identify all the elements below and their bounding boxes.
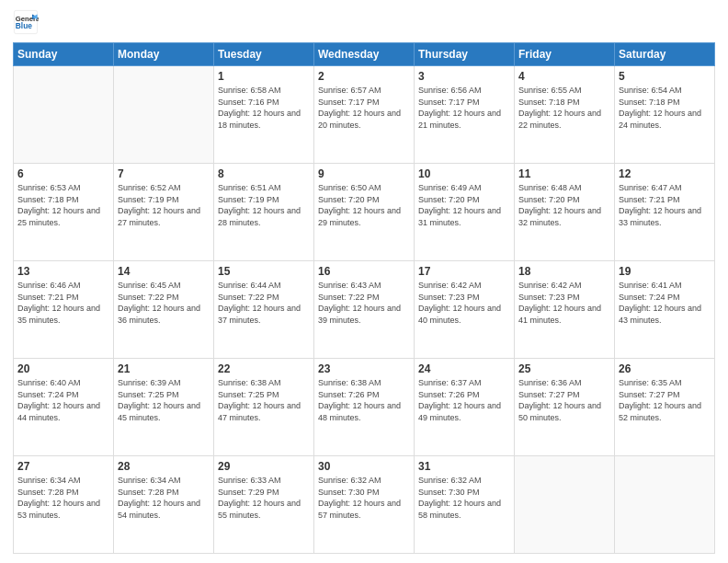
calendar-week-5: 27Sunrise: 6:34 AM Sunset: 7:28 PM Dayli… <box>14 456 715 554</box>
day-info: Sunrise: 6:58 AM Sunset: 7:16 PM Dayligh… <box>218 85 310 131</box>
calendar-cell: 5Sunrise: 6:54 AM Sunset: 7:18 PM Daylig… <box>615 66 715 164</box>
calendar-cell <box>14 66 114 164</box>
calendar-cell: 24Sunrise: 6:37 AM Sunset: 7:26 PM Dayli… <box>415 359 515 456</box>
day-number: 17 <box>418 265 510 278</box>
day-number: 6 <box>17 167 109 180</box>
calendar-cell: 29Sunrise: 6:33 AM Sunset: 7:29 PM Dayli… <box>214 456 314 554</box>
calendar-cell: 25Sunrise: 6:36 AM Sunset: 7:27 PM Dayli… <box>515 359 615 456</box>
calendar-cell: 1Sunrise: 6:58 AM Sunset: 7:16 PM Daylig… <box>214 66 314 164</box>
day-header-friday: Friday <box>515 43 615 66</box>
day-number: 30 <box>318 460 410 473</box>
calendar-cell: 11Sunrise: 6:48 AM Sunset: 7:20 PM Dayli… <box>515 164 615 261</box>
calendar-cell <box>515 456 615 554</box>
day-number: 28 <box>118 460 210 473</box>
logo: General Blue <box>13 9 42 35</box>
day-info: Sunrise: 6:45 AM Sunset: 7:22 PM Dayligh… <box>118 280 210 326</box>
calendar-week-2: 6Sunrise: 6:53 AM Sunset: 7:18 PM Daylig… <box>14 164 715 261</box>
calendar-cell: 22Sunrise: 6:38 AM Sunset: 7:25 PM Dayli… <box>214 359 314 456</box>
calendar-cell: 30Sunrise: 6:32 AM Sunset: 7:30 PM Dayli… <box>314 456 415 554</box>
day-info: Sunrise: 6:49 AM Sunset: 7:20 PM Dayligh… <box>418 182 510 228</box>
day-info: Sunrise: 6:44 AM Sunset: 7:22 PM Dayligh… <box>218 280 310 326</box>
day-number: 12 <box>619 167 711 180</box>
day-number: 19 <box>619 265 711 278</box>
day-info: Sunrise: 6:57 AM Sunset: 7:17 PM Dayligh… <box>318 85 410 131</box>
day-number: 10 <box>418 167 510 180</box>
day-number: 7 <box>118 167 210 180</box>
day-info: Sunrise: 6:55 AM Sunset: 7:18 PM Dayligh… <box>518 85 610 131</box>
day-number: 29 <box>218 460 310 473</box>
day-number: 4 <box>518 70 610 83</box>
calendar-cell: 31Sunrise: 6:32 AM Sunset: 7:30 PM Dayli… <box>415 456 515 554</box>
calendar-cell: 7Sunrise: 6:52 AM Sunset: 7:19 PM Daylig… <box>114 164 214 261</box>
day-info: Sunrise: 6:52 AM Sunset: 7:19 PM Dayligh… <box>118 182 210 228</box>
day-info: Sunrise: 6:33 AM Sunset: 7:29 PM Dayligh… <box>218 475 310 521</box>
day-info: Sunrise: 6:51 AM Sunset: 7:19 PM Dayligh… <box>218 182 310 228</box>
day-info: Sunrise: 6:34 AM Sunset: 7:28 PM Dayligh… <box>17 475 109 521</box>
day-number: 27 <box>17 460 109 473</box>
day-header-thursday: Thursday <box>415 43 515 66</box>
day-number: 23 <box>318 362 410 375</box>
day-number: 3 <box>418 70 510 83</box>
day-number: 9 <box>318 167 410 180</box>
calendar-cell: 2Sunrise: 6:57 AM Sunset: 7:17 PM Daylig… <box>314 66 415 164</box>
calendar-week-3: 13Sunrise: 6:46 AM Sunset: 7:21 PM Dayli… <box>14 261 715 359</box>
logo-icon: General Blue <box>13 9 39 35</box>
day-info: Sunrise: 6:54 AM Sunset: 7:18 PM Dayligh… <box>619 85 711 131</box>
header: General Blue <box>13 9 715 35</box>
calendar-cell: 23Sunrise: 6:38 AM Sunset: 7:26 PM Dayli… <box>314 359 415 456</box>
calendar-cell <box>114 66 214 164</box>
day-header-tuesday: Tuesday <box>214 43 314 66</box>
day-info: Sunrise: 6:38 AM Sunset: 7:26 PM Dayligh… <box>318 377 410 423</box>
calendar-cell: 6Sunrise: 6:53 AM Sunset: 7:18 PM Daylig… <box>14 164 114 261</box>
day-number: 5 <box>619 70 711 83</box>
day-number: 26 <box>619 362 711 375</box>
day-number: 20 <box>17 362 109 375</box>
day-info: Sunrise: 6:46 AM Sunset: 7:21 PM Dayligh… <box>17 280 109 326</box>
day-number: 8 <box>218 167 310 180</box>
day-number: 13 <box>17 265 109 278</box>
day-number: 24 <box>418 362 510 375</box>
calendar-header-row: SundayMondayTuesdayWednesdayThursdayFrid… <box>14 43 715 66</box>
calendar-week-1: 1Sunrise: 6:58 AM Sunset: 7:16 PM Daylig… <box>14 66 715 164</box>
day-number: 31 <box>418 460 510 473</box>
day-number: 16 <box>318 265 410 278</box>
calendar-cell: 4Sunrise: 6:55 AM Sunset: 7:18 PM Daylig… <box>515 66 615 164</box>
calendar-cell <box>615 456 715 554</box>
day-info: Sunrise: 6:39 AM Sunset: 7:25 PM Dayligh… <box>118 377 210 423</box>
day-number: 2 <box>318 70 410 83</box>
day-info: Sunrise: 6:56 AM Sunset: 7:17 PM Dayligh… <box>418 85 510 131</box>
calendar-cell: 28Sunrise: 6:34 AM Sunset: 7:28 PM Dayli… <box>114 456 214 554</box>
day-number: 18 <box>518 265 610 278</box>
day-info: Sunrise: 6:42 AM Sunset: 7:23 PM Dayligh… <box>518 280 610 326</box>
day-number: 14 <box>118 265 210 278</box>
day-info: Sunrise: 6:38 AM Sunset: 7:25 PM Dayligh… <box>218 377 310 423</box>
calendar-cell: 14Sunrise: 6:45 AM Sunset: 7:22 PM Dayli… <box>114 261 214 359</box>
day-info: Sunrise: 6:53 AM Sunset: 7:18 PM Dayligh… <box>17 182 109 228</box>
day-info: Sunrise: 6:48 AM Sunset: 7:20 PM Dayligh… <box>518 182 610 228</box>
svg-text:Blue: Blue <box>16 21 32 30</box>
day-header-saturday: Saturday <box>615 43 715 66</box>
day-info: Sunrise: 6:43 AM Sunset: 7:22 PM Dayligh… <box>318 280 410 326</box>
day-number: 21 <box>118 362 210 375</box>
day-info: Sunrise: 6:37 AM Sunset: 7:26 PM Dayligh… <box>418 377 510 423</box>
day-header-sunday: Sunday <box>14 43 114 66</box>
day-number: 1 <box>218 70 310 83</box>
calendar-cell: 19Sunrise: 6:41 AM Sunset: 7:24 PM Dayli… <box>615 261 715 359</box>
calendar-cell: 13Sunrise: 6:46 AM Sunset: 7:21 PM Dayli… <box>14 261 114 359</box>
day-number: 25 <box>518 362 610 375</box>
calendar-cell: 18Sunrise: 6:42 AM Sunset: 7:23 PM Dayli… <box>515 261 615 359</box>
calendar-cell: 21Sunrise: 6:39 AM Sunset: 7:25 PM Dayli… <box>114 359 214 456</box>
calendar-cell: 16Sunrise: 6:43 AM Sunset: 7:22 PM Dayli… <box>314 261 415 359</box>
day-number: 11 <box>518 167 610 180</box>
calendar-week-4: 20Sunrise: 6:40 AM Sunset: 7:24 PM Dayli… <box>14 359 715 456</box>
calendar-cell: 9Sunrise: 6:50 AM Sunset: 7:20 PM Daylig… <box>314 164 415 261</box>
day-info: Sunrise: 6:32 AM Sunset: 7:30 PM Dayligh… <box>418 475 510 521</box>
day-header-monday: Monday <box>114 43 214 66</box>
day-info: Sunrise: 6:34 AM Sunset: 7:28 PM Dayligh… <box>118 475 210 521</box>
day-info: Sunrise: 6:40 AM Sunset: 7:24 PM Dayligh… <box>17 377 109 423</box>
calendar-cell: 26Sunrise: 6:35 AM Sunset: 7:27 PM Dayli… <box>615 359 715 456</box>
day-info: Sunrise: 6:47 AM Sunset: 7:21 PM Dayligh… <box>619 182 711 228</box>
calendar-cell: 12Sunrise: 6:47 AM Sunset: 7:21 PM Dayli… <box>615 164 715 261</box>
calendar-cell: 3Sunrise: 6:56 AM Sunset: 7:17 PM Daylig… <box>415 66 515 164</box>
calendar-table: SundayMondayTuesdayWednesdayThursdayFrid… <box>13 42 715 554</box>
